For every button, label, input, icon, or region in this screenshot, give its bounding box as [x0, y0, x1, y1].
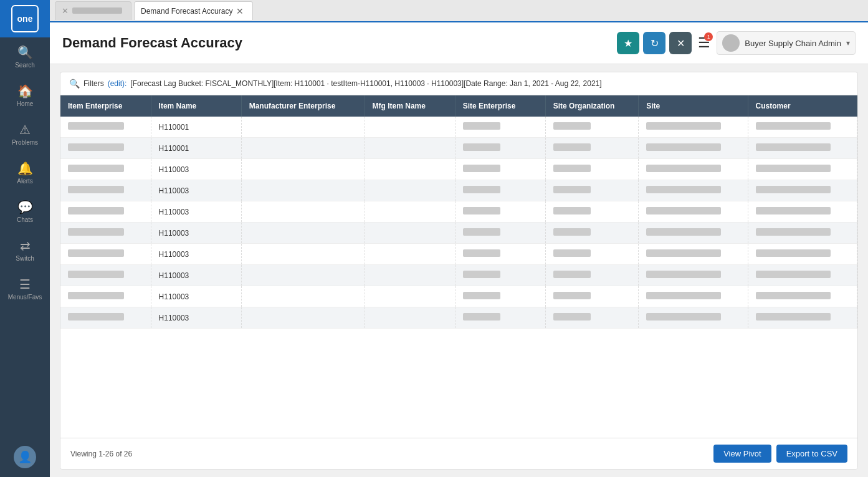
col-site-organization[interactable]: Site Organization — [545, 95, 639, 117]
tab-active-label: Demand Forecast Accuracy — [141, 7, 232, 16]
filter-icon: 🔍 — [69, 79, 80, 89]
tab-close-icon[interactable]: ✕ — [236, 7, 244, 16]
sidebar-item-chats[interactable]: 💬 Chats — [0, 192, 50, 231]
col-customer[interactable]: Customer — [748, 95, 857, 117]
tab-active[interactable]: Demand Forecast Accuracy ✕ — [134, 1, 253, 20]
filter-edit-link[interactable]: (edit): — [108, 79, 127, 88]
cell-site-enterprise — [455, 117, 545, 138]
cell-item-enterprise — [60, 201, 151, 223]
notification-bell[interactable]: ☰ 1 — [698, 35, 710, 51]
header-right: ★ ↻ ✕ ☰ 1 Buyer Supply Chain Admin ▾ — [617, 31, 856, 55]
header-actions: ★ ↻ ✕ — [617, 32, 692, 54]
cell-manufacturer-enterprise — [241, 265, 365, 286]
cell-mfg-item-name — [365, 201, 455, 223]
footer-actions: View Pivot Export to CSV — [713, 445, 847, 463]
col-mfg-item-name[interactable]: Mfg Item Name — [365, 95, 455, 117]
sidebar-item-home[interactable]: 🏠 Home — [0, 76, 50, 115]
tab-inactive[interactable]: ✕ — [55, 1, 131, 20]
tab-bar: ✕ Demand Forecast Accuracy ✕ — [50, 0, 868, 22]
cell-mfg-item-name — [365, 307, 455, 329]
refresh-button[interactable]: ↻ — [643, 32, 665, 54]
cell-site-org — [545, 117, 639, 138]
cell-item-enterprise — [60, 286, 151, 307]
search-icon: 🔍 — [17, 45, 33, 60]
cell-site-enterprise — [455, 180, 545, 201]
cell-customer — [748, 286, 857, 307]
cell-site — [639, 223, 748, 244]
cell-item-enterprise — [60, 138, 151, 159]
view-pivot-button[interactable]: View Pivot — [713, 445, 771, 463]
cell-customer — [748, 201, 857, 223]
sidebar-item-alerts[interactable]: 🔔 Alerts — [0, 153, 50, 192]
page-header: Demand Forecast Accuracy ★ ↻ ✕ ☰ 1 Buyer… — [50, 22, 868, 64]
cell-site-org — [545, 223, 639, 244]
favorite-button[interactable]: ★ — [617, 32, 639, 54]
cell-mfg-item-name — [365, 117, 455, 138]
viewing-count: Viewing 1-26 of 26 — [70, 450, 132, 458]
cell-item-name: H110003 — [151, 265, 241, 286]
cell-manufacturer-enterprise — [241, 201, 365, 223]
cell-customer — [748, 180, 857, 201]
col-site-enterprise[interactable]: Site Enterprise — [455, 95, 545, 117]
cell-customer — [748, 265, 857, 286]
cell-manufacturer-enterprise — [241, 307, 365, 329]
cell-site — [639, 159, 748, 180]
cell-site — [639, 286, 748, 307]
cell-item-name: H110003 — [151, 201, 241, 223]
cell-item-name: H110003 — [151, 244, 241, 265]
cell-site-enterprise — [455, 223, 545, 244]
close-button[interactable]: ✕ — [669, 32, 692, 54]
main-content: ✕ Demand Forecast Accuracy ✕ Demand Fore… — [50, 0, 868, 477]
cell-site — [639, 201, 748, 223]
app-logo[interactable]: one — [0, 0, 50, 37]
menus-icon: ☰ — [19, 277, 31, 292]
cell-item-name: H110003 — [151, 180, 241, 201]
sidebar-item-problems[interactable]: ⚠ Problems — [0, 115, 50, 153]
sidebar-item-menus[interactable]: ☰ Menus/Favs — [0, 269, 50, 308]
user-info[interactable]: Buyer Supply Chain Admin ▾ — [717, 31, 856, 55]
table-body: H110001H110001H110003H110003H110003H1100… — [60, 117, 857, 329]
table-row: H110003 — [60, 286, 857, 307]
table-wrap[interactable]: Item Enterprise Item Name Manufacturer E… — [60, 95, 857, 438]
table-row: H110003 — [60, 180, 857, 201]
cell-customer — [748, 244, 857, 265]
notification-badge: 1 — [704, 32, 713, 41]
cell-manufacturer-enterprise — [241, 223, 365, 244]
cell-manufacturer-enterprise — [241, 138, 365, 159]
chevron-down-icon: ▾ — [846, 39, 850, 47]
cell-site-org — [545, 138, 639, 159]
tab-inactive-close[interactable]: ✕ — [62, 6, 69, 16]
col-item-enterprise[interactable]: Item Enterprise — [60, 95, 151, 117]
sidebar-item-user-avatar[interactable]: 👤 — [0, 438, 50, 477]
cell-item-name: H110003 — [151, 223, 241, 244]
cell-site-org — [545, 159, 639, 180]
cell-site — [639, 138, 748, 159]
sidebar-item-search[interactable]: 🔍 Search — [0, 37, 50, 76]
cell-site-enterprise — [455, 138, 545, 159]
alerts-icon: 🔔 — [17, 161, 33, 176]
filter-bar: 🔍 Filters (edit): [Forecast Lag Bucket: … — [60, 72, 857, 95]
cell-site-org — [545, 201, 639, 223]
sidebar-item-switch[interactable]: ⇄ Switch — [0, 231, 50, 269]
cell-site-enterprise — [455, 265, 545, 286]
table-row: H110003 — [60, 201, 857, 223]
cell-item-name: H110001 — [151, 138, 241, 159]
cell-site-enterprise — [455, 201, 545, 223]
filter-text: [Forecast Lag Bucket: FISCAL_MONTHLY][It… — [130, 79, 601, 88]
cell-customer — [748, 117, 857, 138]
col-site[interactable]: Site — [639, 95, 748, 117]
cell-site — [639, 180, 748, 201]
cell-item-name: H110001 — [151, 117, 241, 138]
cell-manufacturer-enterprise — [241, 244, 365, 265]
cell-manufacturer-enterprise — [241, 180, 365, 201]
col-manufacturer-enterprise[interactable]: Manufacturer Enterprise — [241, 95, 365, 117]
cell-item-enterprise — [60, 223, 151, 244]
cell-site-enterprise — [455, 286, 545, 307]
table-footer: Viewing 1-26 of 26 View Pivot Export to … — [60, 438, 857, 469]
col-item-name[interactable]: Item Name — [151, 95, 241, 117]
cell-site-org — [545, 265, 639, 286]
cell-item-enterprise — [60, 159, 151, 180]
cell-site — [639, 265, 748, 286]
export-csv-button[interactable]: Export to CSV — [776, 445, 847, 463]
cell-mfg-item-name — [365, 286, 455, 307]
